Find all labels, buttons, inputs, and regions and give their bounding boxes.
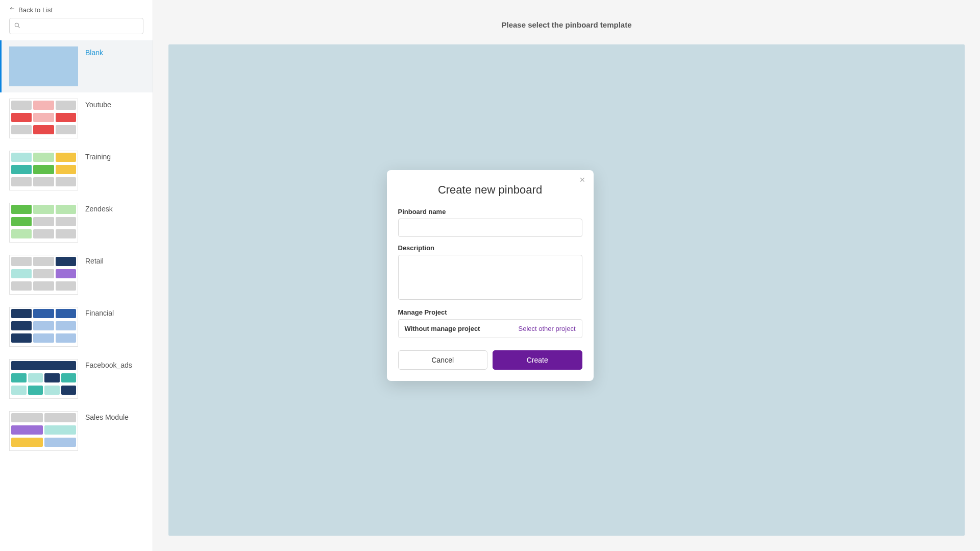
pinboard-name-input[interactable]: [398, 219, 582, 237]
template-list[interactable]: Blank Youtube Training Zen: [0, 40, 153, 551]
modal-title: Create new pinboard: [398, 183, 582, 197]
template-label: Blank: [85, 46, 103, 57]
template-label: Financial: [85, 307, 114, 317]
search-wrap: [0, 18, 153, 40]
template-thumb: [9, 151, 78, 190]
template-item-youtube[interactable]: Youtube: [0, 92, 153, 145]
create-pinboard-modal: ✕ Create new pinboard Pinboard name Desc…: [387, 170, 594, 381]
svg-line-1: [18, 26, 20, 28]
back-label: Back to List: [18, 6, 53, 14]
close-icon[interactable]: ✕: [579, 176, 586, 183]
template-item-facebook-ads[interactable]: Facebook_ads: [0, 353, 153, 405]
template-thumb: [9, 359, 78, 399]
back-to-list-link[interactable]: Back to List: [0, 0, 153, 18]
template-item-financial[interactable]: Financial: [0, 301, 153, 353]
search-icon: [14, 22, 21, 31]
template-label: Youtube: [85, 99, 111, 109]
svg-point-0: [15, 23, 18, 27]
template-item-training[interactable]: Training: [0, 145, 153, 197]
description-input[interactable]: [398, 255, 582, 300]
template-label: Training: [85, 151, 111, 161]
template-item-retail[interactable]: Retail: [0, 249, 153, 301]
manage-project-row: Without manage project Select other proj…: [398, 319, 582, 338]
create-button[interactable]: Create: [493, 350, 582, 370]
template-thumb: [9, 307, 78, 347]
template-item-blank[interactable]: Blank: [0, 40, 153, 92]
select-other-project-link[interactable]: Select other project: [518, 325, 575, 332]
description-label: Description: [398, 244, 582, 252]
back-arrow-icon: [9, 6, 15, 14]
sidebar: Back to List Blank Youtube: [0, 0, 153, 551]
pinboard-name-label: Pinboard name: [398, 208, 582, 215]
template-thumb: [9, 46, 78, 86]
template-thumb: [9, 411, 78, 451]
template-thumb: [9, 203, 78, 243]
template-thumb: [9, 255, 78, 295]
manage-project-label: Manage Project: [398, 308, 582, 316]
template-item-sales-module[interactable]: Sales Module: [0, 405, 153, 457]
template-label: Retail: [85, 255, 104, 265]
template-label: Sales Module: [85, 411, 129, 421]
template-label: Zendesk: [85, 203, 113, 213]
search-input[interactable]: [24, 22, 139, 30]
cancel-button[interactable]: Cancel: [398, 350, 488, 370]
template-thumb: [9, 99, 78, 138]
modal-buttons: Cancel Create: [398, 350, 582, 370]
project-value: Without manage project: [405, 325, 480, 332]
search-box[interactable]: [9, 18, 143, 34]
template-item-zendesk[interactable]: Zendesk: [0, 197, 153, 249]
template-label: Facebook_ads: [85, 359, 132, 369]
main-header: Please select the pinboard template: [153, 0, 980, 44]
